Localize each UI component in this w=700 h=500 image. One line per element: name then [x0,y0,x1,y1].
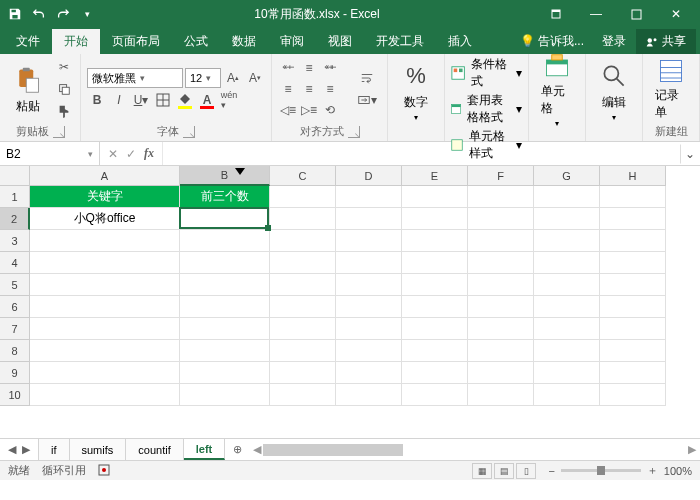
underline-button[interactable]: U▾ [131,90,151,110]
decrease-font-icon[interactable]: A▾ [245,68,265,88]
cell[interactable] [402,208,468,230]
fill-color-icon[interactable] [175,90,195,110]
ribbon-options-icon[interactable] [536,0,576,28]
login-button[interactable]: 登录 [594,29,634,54]
tab-formula[interactable]: 公式 [172,29,220,54]
cell[interactable] [534,340,600,362]
cell[interactable] [534,296,600,318]
formula-bar[interactable] [162,142,680,165]
cell[interactable] [468,340,534,362]
row-header-8[interactable]: 8 [0,340,30,362]
cell[interactable] [600,384,666,406]
paste-button[interactable]: 粘贴 [6,56,50,122]
row-header-2[interactable]: 2 [0,208,30,230]
cancel-icon[interactable]: ✕ [108,147,118,161]
cell[interactable] [534,252,600,274]
cell[interactable] [534,362,600,384]
cell[interactable] [30,384,180,406]
cell[interactable] [30,252,180,274]
cell[interactable] [402,296,468,318]
tab-data[interactable]: 数据 [220,29,268,54]
maximize-icon[interactable] [616,0,656,28]
font-color-icon[interactable]: A [197,90,217,110]
cell[interactable] [30,362,180,384]
col-header-G[interactable]: G [534,166,600,186]
tab-view[interactable]: 视图 [316,29,364,54]
cell[interactable] [534,186,600,208]
cell[interactable] [468,186,534,208]
minimize-icon[interactable]: — [576,0,616,28]
border-icon[interactable] [153,90,173,110]
record-form-button[interactable]: 记录单 [649,56,693,122]
cell[interactable] [402,318,468,340]
cell[interactable] [336,230,402,252]
edit-button[interactable]: 编辑▾ [592,58,636,124]
align-top-icon[interactable]: ⬴ [278,58,298,78]
launcher-icon[interactable] [348,126,360,138]
zoom-level[interactable]: 100% [664,465,692,477]
cell[interactable] [270,384,336,406]
row-header-7[interactable]: 7 [0,318,30,340]
tab-home[interactable]: 开始 [52,29,100,54]
row-header-10[interactable]: 10 [0,384,30,406]
cells-button[interactable]: 单元格▾ [535,58,579,124]
phonetic-icon[interactable]: wén▾ [219,90,239,110]
cell[interactable] [534,318,600,340]
cell[interactable] [402,186,468,208]
view-pagelayout-icon[interactable]: ▤ [494,463,514,479]
row-header-6[interactable]: 6 [0,296,30,318]
sheet-tab-left[interactable]: left [184,439,226,460]
cell[interactable] [30,296,180,318]
cell[interactable] [180,318,270,340]
close-icon[interactable]: ✕ [656,0,696,28]
cell[interactable] [30,274,180,296]
cell[interactable] [468,296,534,318]
view-pagebreak-icon[interactable]: ▯ [516,463,536,479]
col-header-A[interactable]: A [30,166,180,186]
qat-dropdown-icon[interactable]: ▾ [76,3,98,25]
cell[interactable] [270,274,336,296]
cell[interactable] [600,296,666,318]
cell[interactable] [336,362,402,384]
save-icon[interactable] [4,3,26,25]
row-header-9[interactable]: 9 [0,362,30,384]
wrap-text-icon[interactable] [353,68,381,88]
cell[interactable] [336,208,402,230]
cell[interactable] [270,186,336,208]
cell[interactable] [270,252,336,274]
cell[interactable]: 小Q将office [30,208,180,230]
sheet-tab-countif[interactable]: countif [126,439,183,460]
cell[interactable] [30,318,180,340]
horizontal-scrollbar[interactable]: ◀▶ [249,439,700,460]
cell[interactable] [180,340,270,362]
sheet-tab-sumifs[interactable]: sumifs [70,439,127,460]
zoom-out-icon[interactable]: − [548,465,554,477]
share-button[interactable]: 共享 [636,29,696,54]
col-header-E[interactable]: E [402,166,468,186]
tab-layout[interactable]: 页面布局 [100,29,172,54]
spreadsheet-grid[interactable]: ABCDEFGH 12345678910 关键字前三个数小Q将office [0,166,700,438]
name-box[interactable]: B2▾ [0,142,100,165]
cut-icon[interactable]: ✂ [54,57,74,77]
zoom-slider[interactable] [561,469,641,472]
row-header-1[interactable]: 1 [0,186,30,208]
cell[interactable] [534,208,600,230]
cell[interactable] [336,340,402,362]
tab-file[interactable]: 文件 [4,29,52,54]
cell[interactable] [336,274,402,296]
tab-review[interactable]: 审阅 [268,29,316,54]
copy-icon[interactable] [54,79,74,99]
redo-icon[interactable] [52,3,74,25]
cell[interactable] [468,252,534,274]
cell[interactable] [402,230,468,252]
tab-insert[interactable]: 插入 [436,29,484,54]
cell[interactable] [402,362,468,384]
format-painter-icon[interactable] [54,101,74,121]
cell[interactable] [402,384,468,406]
cell[interactable] [336,186,402,208]
italic-button[interactable]: I [109,90,129,110]
number-format-button[interactable]: % 数字 ▾ [394,58,438,124]
decrease-indent-icon[interactable]: ◁≡ [278,100,298,120]
cell[interactable] [468,208,534,230]
increase-font-icon[interactable]: A▴ [223,68,243,88]
